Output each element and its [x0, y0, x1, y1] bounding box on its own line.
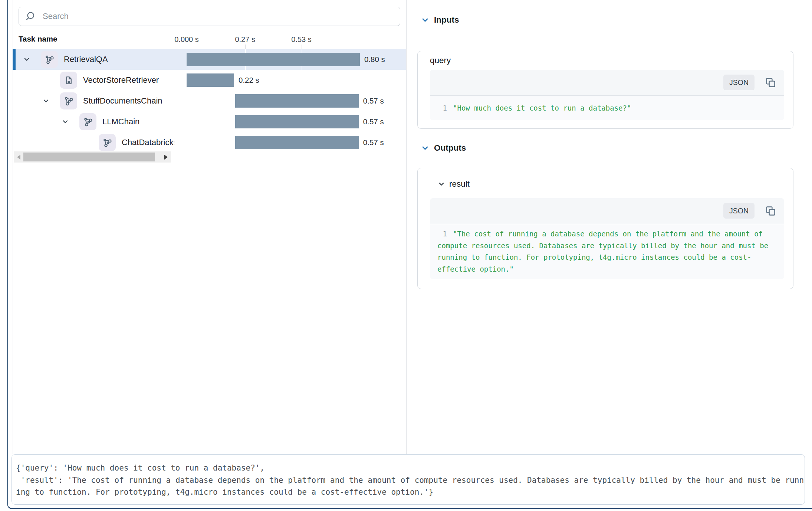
search-bar: [19, 7, 400, 26]
scroll-left-button[interactable]: [14, 151, 23, 163]
chevron-down-icon[interactable]: [438, 181, 445, 187]
duration-bar[interactable]: [235, 115, 359, 128]
expand-chevron-icon[interactable]: [19, 56, 34, 63]
span-name: VectorStoreRetriever: [83, 70, 174, 91]
console-output-text: {'query': 'How much does it cost to run …: [12, 455, 805, 504]
expand-chevron-icon[interactable]: [39, 98, 53, 104]
chevron-down-icon[interactable]: [421, 144, 429, 152]
trace-viewer-page: Task name 0.000 s0.27 s0.53 s RetrievalQ…: [0, 0, 812, 511]
span-row-retrievalqa[interactable]: RetrievalQA0.80 s: [13, 49, 406, 70]
gantt-header: Task name 0.000 s0.27 s0.53 s: [13, 31, 406, 49]
search-input[interactable]: [19, 7, 400, 26]
code-content: 1"How much does it cost to run a databas…: [430, 95, 784, 120]
task-name-column-header: Task name: [19, 35, 57, 43]
outputs-section-title: Outputs: [434, 143, 466, 153]
scroll-right-button[interactable]: [161, 151, 171, 163]
duration-label: 0.57 s: [363, 91, 384, 111]
span-row-stuffdocumentschain[interactable]: StuffDocumentsChain0.57 s: [13, 91, 406, 111]
chain-span-icon: [60, 92, 77, 109]
duration-bar[interactable]: [235, 136, 359, 149]
duration-label: 0.80 s: [364, 49, 385, 70]
inputs-section-header[interactable]: Inputs: [421, 15, 459, 25]
span-name: LLMChain: [102, 111, 174, 132]
duration-label: 0.57 s: [363, 132, 384, 153]
notebook-output-cell: {'query': 'How much does it cost to run …: [11, 454, 805, 505]
code-block: JSON1"The cost of running a database dep…: [430, 198, 784, 279]
expand-chevron-icon[interactable]: [58, 118, 73, 125]
scrollbar-thumb[interactable]: [23, 153, 155, 161]
code-content: 1"The cost of running a database depends…: [430, 224, 784, 279]
document-span-icon: [60, 72, 77, 89]
copy-icon[interactable]: [765, 77, 776, 88]
details-panel-right-border: [806, 0, 806, 454]
span-name: StuffDocumentsChain: [83, 91, 174, 111]
json-format-button[interactable]: JSON: [723, 75, 755, 90]
code-text: "How much does it cost to run a database…: [453, 104, 631, 112]
span-row-vectorstoreretriever[interactable]: VectorStoreRetriever0.22 s: [13, 70, 406, 91]
span-row-chatdatabricks[interactable]: ChatDatabricks0.57 s: [13, 132, 406, 153]
copy-icon[interactable]: [765, 205, 776, 217]
field-name-row[interactable]: result: [438, 179, 783, 189]
code-block: JSON1"How much does it cost to run a dat…: [430, 70, 784, 120]
span-tree: RetrievalQA0.80 sVectorStoreRetriever0.2…: [13, 49, 406, 153]
field-name: result: [449, 179, 470, 189]
time-axis-tick-mark: [302, 45, 302, 49]
time-axis-tick-label: 0.53 s: [291, 35, 311, 44]
panel-splitter[interactable]: [406, 0, 407, 454]
span-name: ChatDatabricks: [122, 132, 174, 153]
chain-span-icon: [99, 134, 116, 151]
inputs-section-title: Inputs: [434, 15, 459, 25]
field-name: query: [430, 56, 451, 65]
span-row-llmchain[interactable]: LLMChain0.57 s: [13, 111, 406, 132]
duration-label: 0.57 s: [363, 111, 384, 132]
span-name: RetrievalQA: [64, 49, 174, 70]
horizontal-scrollbar[interactable]: [14, 151, 171, 163]
line-number: 1: [437, 228, 447, 240]
code-text: "The cost of running a database depends …: [437, 230, 773, 273]
field-name-row: query: [430, 56, 783, 65]
line-number: 1: [437, 102, 447, 114]
duration-label: 0.22 s: [239, 70, 259, 91]
duration-bar[interactable]: [187, 53, 360, 66]
code-block-toolbar: JSON: [430, 198, 784, 224]
inputs-card: queryJSON1"How much does it cost to run …: [417, 51, 793, 129]
json-format-button[interactable]: JSON: [723, 203, 755, 219]
outputs-section-header[interactable]: Outputs: [421, 143, 466, 153]
selected-row-accent: [13, 49, 16, 70]
outputs-card: resultJSON1"The cost of running a databa…: [417, 168, 793, 289]
time-axis-tick-mark: [245, 45, 246, 49]
chain-span-icon: [41, 51, 58, 68]
duration-bar[interactable]: [235, 94, 359, 108]
chevron-down-icon[interactable]: [421, 16, 429, 24]
code-block-toolbar: JSON: [430, 70, 784, 95]
time-axis-tick-label: 0.000 s: [174, 35, 199, 44]
column-separator-tick: [173, 45, 173, 49]
duration-bar[interactable]: [187, 73, 234, 87]
chain-span-icon: [79, 113, 96, 130]
time-axis-tick-label: 0.27 s: [235, 35, 255, 44]
